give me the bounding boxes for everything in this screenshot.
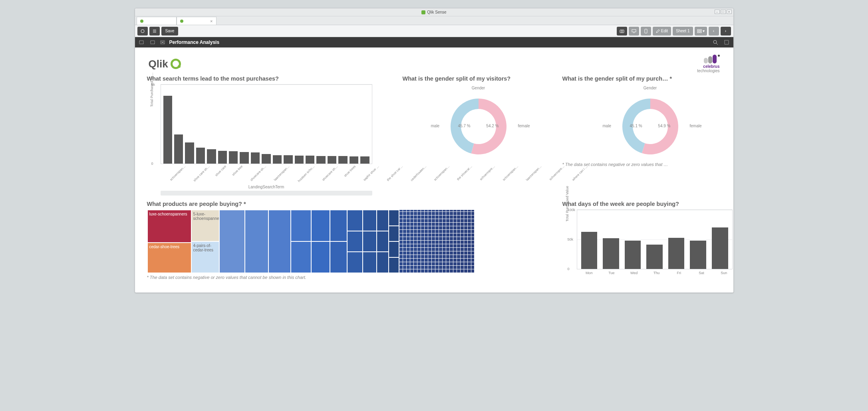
treemap-cell[interactable]: [347, 252, 363, 273]
treemap-cell[interactable]: [377, 231, 389, 252]
bar[interactable]: [185, 142, 194, 164]
bar[interactable]: [273, 155, 282, 164]
label-male: male: [603, 124, 612, 128]
nav-list-button[interactable]: [149, 27, 160, 36]
sheet-header: Performance Analysis: [135, 37, 733, 47]
bar[interactable]: [646, 245, 663, 269]
svg-point-12: [713, 40, 717, 43]
treemap-cell[interactable]: [347, 210, 363, 231]
treemap-cell[interactable]: [389, 210, 399, 226]
save-button[interactable]: Save: [161, 27, 179, 36]
bar[interactable]: [207, 149, 216, 164]
bar[interactable]: [251, 152, 260, 164]
bar[interactable]: [284, 155, 292, 164]
treemap-cell[interactable]: [347, 231, 363, 252]
y-tick: 100k: [568, 208, 576, 212]
bar[interactable]: [196, 148, 205, 164]
bar[interactable]: [338, 156, 347, 164]
selection-clear-icon[interactable]: [159, 39, 166, 46]
treemap-cell[interactable]: [245, 210, 269, 273]
sheet-next-button[interactable]: ›: [721, 27, 731, 36]
x-tick-label: Tue: [603, 271, 620, 275]
treemap-cell[interactable]: [330, 210, 347, 241]
pct-female: 54.2 %: [486, 124, 499, 128]
sheet-prev-button[interactable]: ‹: [709, 27, 719, 36]
maximize-button[interactable]: □: [721, 10, 726, 14]
panel-search-terms[interactable]: What search terms lead to the most purch…: [147, 75, 395, 195]
edit-button[interactable]: Edit: [653, 27, 671, 36]
device-mobile-button[interactable]: [641, 27, 651, 36]
treemap-cell[interactable]: [377, 210, 389, 231]
treemap-cell[interactable]: [291, 241, 311, 273]
search-icon[interactable]: [712, 39, 719, 46]
bar[interactable]: [328, 156, 336, 164]
sheet-selector-button[interactable]: Sheet 1: [673, 27, 693, 36]
treemap-cell[interactable]: [219, 210, 245, 273]
minimize-button[interactable]: –: [715, 10, 720, 14]
treemap-cell[interactable]: [389, 257, 399, 273]
tab-sheet[interactable]: ×: [177, 17, 217, 25]
bar[interactable]: [295, 156, 304, 164]
chart-scrollbar[interactable]: [161, 191, 372, 196]
treemap-cell[interactable]: 5-luxe-schoenspanners: [191, 210, 219, 241]
treemap-cell[interactable]: [268, 210, 291, 273]
treemap-cell[interactable]: [389, 226, 399, 242]
x-tick-label: shoe care sh…: [193, 164, 222, 194]
legend-title: Gender: [472, 86, 485, 90]
treemap-cell[interactable]: cedar-shoe-trees: [147, 243, 191, 273]
treemap-cell[interactable]: [377, 252, 389, 273]
bar[interactable]: [668, 238, 685, 269]
bar-chart-search: Total Purchased Va… 0 5k: [161, 84, 372, 164]
tab-close-icon[interactable]: ×: [210, 19, 213, 24]
panel-products-treemap[interactable]: What products are people buying? * luxe-…: [147, 201, 554, 285]
tab-strip: ×: [135, 16, 733, 25]
app-window: Qlik Sense – □ × × Save: [135, 8, 734, 293]
bar[interactable]: [174, 134, 183, 164]
bar[interactable]: [306, 156, 314, 164]
close-button[interactable]: ×: [727, 10, 732, 14]
treemap-cell[interactable]: [363, 231, 377, 252]
bar[interactable]: [625, 241, 641, 269]
list-icon: [153, 29, 157, 33]
pencil-icon: [656, 29, 660, 33]
device-desktop-button[interactable]: [629, 27, 639, 36]
bar[interactable]: [712, 227, 728, 269]
tab-home[interactable]: [137, 17, 177, 25]
x-tick-label: Thu: [648, 271, 665, 275]
treemap-cell[interactable]: [311, 241, 330, 273]
bar[interactable]: [163, 96, 172, 164]
selection-back-icon[interactable]: [138, 39, 145, 46]
panel-days[interactable]: What days of the week are people buying?…: [562, 201, 734, 285]
donut-visitors: male female 45.7 % 54.2 %: [445, 93, 512, 160]
treemap-cell[interactable]: [363, 210, 377, 231]
sheets-grid-button[interactable]: ▾: [695, 27, 707, 36]
selection-forward-icon[interactable]: [149, 39, 156, 46]
donut-purchasers: male female 45.1 % 54.9 %: [616, 93, 684, 160]
bar[interactable]: [240, 152, 248, 164]
y-axis-label: Total Purchased Va…: [150, 72, 154, 107]
app-title: Qlik Sense: [427, 10, 446, 14]
svg-rect-7: [697, 32, 699, 33]
treemap-cell[interactable]: [291, 210, 311, 241]
tab-favicon-icon: [140, 20, 143, 23]
bar[interactable]: [690, 241, 706, 269]
treemap-cell[interactable]: [311, 210, 330, 241]
bar[interactable]: [603, 238, 619, 269]
treemap-cell[interactable]: [330, 241, 347, 273]
panel-title: What days of the week are people buying?: [562, 201, 734, 207]
bar[interactable]: [316, 156, 325, 164]
snapshot-button[interactable]: [617, 27, 627, 36]
bar[interactable]: [262, 154, 270, 164]
treemap-cell[interactable]: [363, 252, 377, 273]
treemap-cell[interactable]: luxe-schoenspanners: [147, 210, 191, 243]
window-controls: – □ ×: [715, 10, 732, 14]
bar[interactable]: [360, 156, 369, 164]
bar[interactable]: [218, 151, 227, 164]
nav-prev-button[interactable]: [137, 27, 148, 36]
treemap-cell[interactable]: [389, 241, 399, 257]
selections-tool-icon[interactable]: [723, 39, 730, 46]
treemap-cell[interactable]: 4-pairs-of-cedar-trees: [191, 241, 219, 273]
bar[interactable]: [350, 156, 358, 164]
bar[interactable]: [229, 151, 238, 164]
bar[interactable]: [581, 232, 598, 269]
